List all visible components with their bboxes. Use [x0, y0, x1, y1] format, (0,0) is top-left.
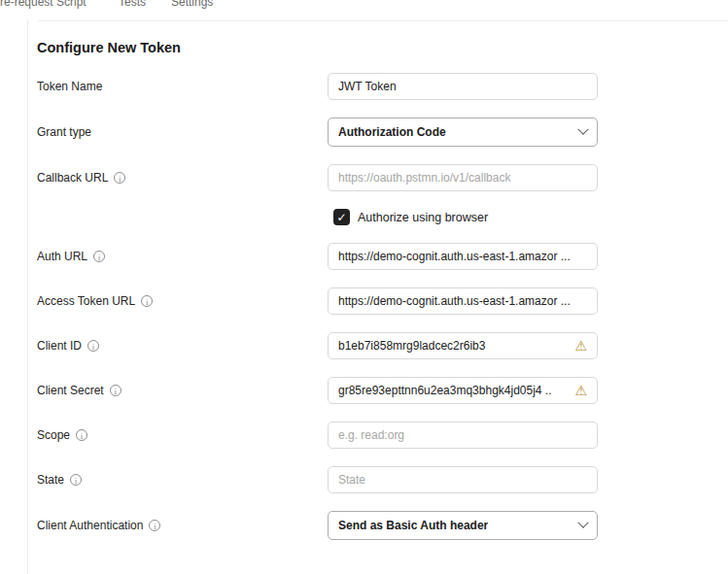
scope-label: Scope: [37, 428, 70, 442]
tab-settings[interactable]: Settings: [171, 0, 213, 8]
auth-url-input[interactable]: [338, 250, 587, 263]
info-icon[interactable]: i: [149, 520, 160, 531]
client-id-input-box: ⚠: [328, 332, 598, 359]
field-row-grant-type: Grant type Authorization Code: [37, 118, 599, 147]
client-id-input[interactable]: [338, 339, 569, 353]
authorize-browser-checkbox[interactable]: ✓: [333, 209, 350, 225]
scope-input-box: [328, 422, 598, 449]
info-icon[interactable]: i: [87, 340, 99, 352]
configure-token-form: Configure New Token Token Name Grant typ…: [37, 40, 599, 557]
token-name-label-cell: Token Name: [37, 80, 328, 93]
warning-icon[interactable]: ⚠: [574, 339, 587, 353]
client-authentication-label: Client Authentication: [37, 519, 143, 532]
field-row-access-token-url: Access Token URL i: [37, 287, 599, 315]
field-row-client-id: Client ID i ⚠: [37, 332, 599, 359]
access-token-url-label-cell: Access Token URL i: [37, 294, 328, 308]
info-icon[interactable]: i: [93, 251, 105, 262]
info-icon[interactable]: i: [76, 429, 87, 441]
state-input-box: [328, 466, 598, 493]
info-icon[interactable]: i: [114, 172, 125, 184]
auth-url-label-cell: Auth URL i: [37, 250, 328, 263]
access-token-url-label: Access Token URL: [37, 294, 135, 308]
client-secret-label: Client Secret: [37, 384, 104, 397]
grant-type-select[interactable]: Authorization Code: [328, 118, 598, 147]
field-row-client-secret: Client Secret i ⚠: [37, 377, 599, 404]
callback-url-input-box: [328, 164, 598, 191]
tab-tests[interactable]: Tests: [119, 0, 146, 8]
info-icon[interactable]: i: [141, 295, 153, 307]
callback-url-label-cell: Callback URL i: [37, 171, 328, 185]
state-label-cell: State i: [37, 473, 328, 487]
auth-url-input-box: [328, 243, 598, 270]
client-authentication-value: Send as Basic Auth header: [338, 519, 488, 532]
grant-type-label-cell: Grant type: [37, 125, 328, 139]
token-name-input[interactable]: [338, 80, 587, 93]
info-icon[interactable]: i: [110, 385, 121, 396]
token-name-input-box: [328, 73, 598, 100]
client-secret-input-box: ⚠: [328, 377, 598, 404]
auth-url-label: Auth URL: [37, 250, 87, 263]
chevron-down-icon: [577, 518, 588, 528]
token-name-label: Token Name: [37, 80, 102, 93]
page-title: Configure New Token: [37, 40, 599, 56]
horizontal-divider: [38, 20, 728, 21]
tab-pre-request-script[interactable]: Pre-request Script: [0, 0, 87, 8]
request-tabs: Pre-request Script Tests Settings: [0, 0, 728, 9]
callback-url-label: Callback URL: [37, 171, 108, 185]
vertical-divider: [27, 19, 28, 574]
client-secret-label-cell: Client Secret i: [37, 384, 328, 397]
access-token-url-input-box: [328, 287, 598, 315]
grant-type-value: Authorization Code: [338, 125, 446, 139]
state-input[interactable]: [338, 473, 587, 487]
field-row-auth-url: Auth URL i: [37, 243, 599, 270]
authorize-browser-row: ✓ Authorize using browser: [333, 209, 599, 225]
chevron-down-icon: [577, 124, 588, 135]
callback-url-input[interactable]: [338, 171, 587, 185]
client-authentication-label-cell: Client Authentication i: [37, 519, 328, 532]
field-row-callback-url: Callback URL i: [37, 164, 599, 191]
field-row-state: State i: [37, 466, 599, 493]
info-icon[interactable]: i: [70, 474, 82, 486]
checkmark-icon: ✓: [336, 212, 346, 223]
field-row-scope: Scope i: [37, 422, 599, 449]
grant-type-label: Grant type: [37, 125, 91, 139]
scope-input[interactable]: [338, 428, 587, 442]
client-id-label: Client ID: [37, 339, 82, 353]
access-token-url-input[interactable]: [338, 294, 587, 308]
scope-label-cell: Scope i: [37, 428, 328, 442]
client-secret-input[interactable]: [338, 384, 569, 397]
client-authentication-select[interactable]: Send as Basic Auth header: [328, 511, 598, 540]
warning-icon[interactable]: ⚠: [574, 384, 587, 397]
client-id-label-cell: Client ID i: [37, 339, 328, 353]
authorize-browser-label: Authorize using browser: [358, 211, 488, 224]
field-row-client-authentication: Client Authentication i Send as Basic Au…: [37, 511, 599, 540]
state-label: State: [37, 473, 64, 487]
field-row-token-name: Token Name: [37, 73, 599, 100]
